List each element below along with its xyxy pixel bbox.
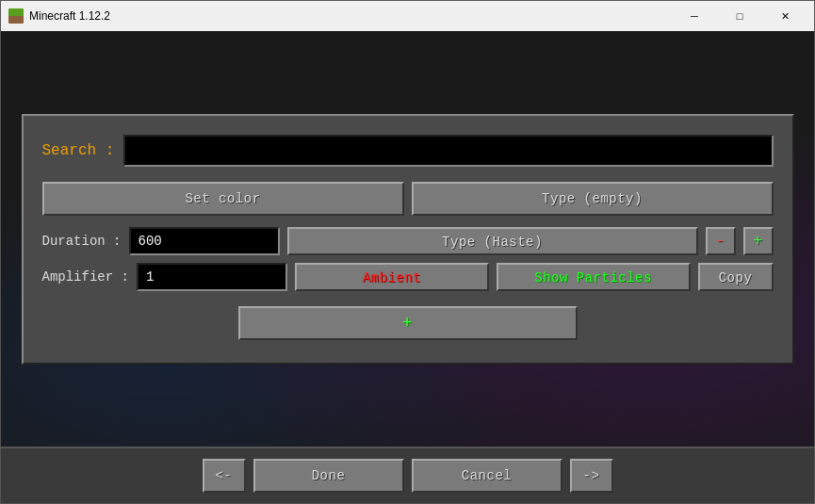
search-input[interactable] [123, 135, 773, 167]
duration-row: Duration : Type (Haste) - + [42, 227, 774, 255]
duration-label: Duration : [42, 234, 122, 249]
window: Minecraft 1.12.2 ─ □ ✕ Search : Set colo… [0, 0, 815, 504]
app-icon [8, 8, 24, 24]
title-bar-left: Minecraft 1.12.2 [8, 8, 110, 24]
add-effect-button[interactable]: + [238, 306, 578, 340]
plus-button[interactable]: + [743, 227, 774, 255]
amplifier-label: Amplifier : [42, 269, 129, 285]
main-content: Search : Set color Type (empty) Duration… [1, 31, 814, 447]
middle-section: Duration : Type (Haste) - + Amplifier : … [42, 227, 774, 291]
prev-button[interactable]: <- [203, 459, 246, 493]
window-title: Minecraft 1.12.2 [29, 9, 110, 23]
close-button[interactable]: ✕ [763, 7, 807, 25]
set-color-button[interactable]: Set color [42, 182, 404, 216]
minus-button[interactable]: - [706, 227, 736, 255]
title-bar: Minecraft 1.12.2 ─ □ ✕ [1, 1, 814, 31]
amplifier-row: Amplifier : Ambient Show Particles Copy [42, 263, 774, 291]
amplifier-input[interactable] [137, 263, 287, 291]
type-empty-button[interactable]: Type (empty) [412, 182, 774, 216]
done-button[interactable]: Done [253, 459, 404, 493]
dialog-panel: Search : Set color Type (empty) Duration… [22, 114, 794, 365]
ambient-button[interactable]: Ambient [295, 263, 489, 291]
add-effect-row: + [42, 306, 774, 340]
search-row: Search : [42, 135, 774, 167]
search-label: Search : [42, 142, 115, 159]
cancel-button[interactable]: Cancel [412, 459, 562, 493]
title-bar-controls: ─ □ ✕ [673, 7, 807, 25]
bottom-bar: <- Done Cancel -> [1, 447, 814, 503]
maximize-button[interactable]: □ [718, 7, 761, 25]
next-button[interactable]: -> [570, 459, 613, 493]
show-particles-button[interactable]: Show Particles [497, 263, 691, 291]
duration-input[interactable] [129, 227, 280, 255]
top-button-row: Set color Type (empty) [42, 182, 774, 216]
minimize-button[interactable]: ─ [673, 7, 716, 25]
type-haste-button[interactable]: Type (Haste) [287, 227, 698, 255]
copy-button[interactable]: Copy [698, 263, 774, 291]
